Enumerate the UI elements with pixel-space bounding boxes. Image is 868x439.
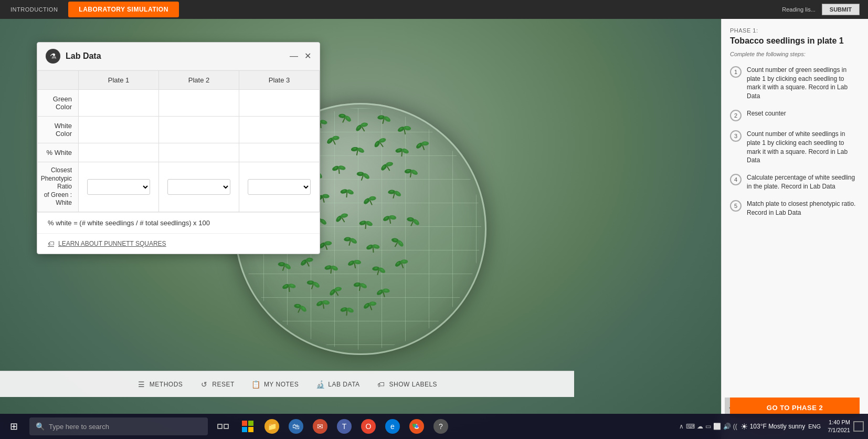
notification-icon[interactable]: ⬜ (713, 423, 721, 430)
seedling[interactable] (353, 168, 372, 186)
app-icon-4[interactable]: ✉ (309, 415, 332, 438)
seedling[interactable] (324, 132, 343, 150)
svg-line-280 (370, 305, 372, 310)
learn-punnett-link[interactable]: 🏷 LEARN ABOUT PUNNETT SQUARES (37, 233, 320, 254)
app-icon-9[interactable]: ? (429, 415, 452, 438)
seedling[interactable] (331, 163, 347, 177)
step-5-text: Match plate to closest phenotypic ratio.… (747, 200, 860, 217)
ratio-p3-dropdown[interactable]: 1:1 3:1 9:1 (248, 179, 311, 195)
step-4-number: 4 (730, 174, 742, 185)
seedling[interactable] (396, 123, 413, 139)
svg-point-284 (371, 302, 374, 304)
sun-icon: ☀ (740, 422, 748, 432)
app-icon-1[interactable] (236, 415, 259, 438)
wifi-icon[interactable]: 🔊 (723, 423, 731, 430)
step-4: 4 Calculate percentage of white seedling… (730, 173, 860, 191)
seedling[interactable] (375, 112, 393, 129)
app-icon-8[interactable] (405, 415, 428, 438)
ratio-p1-cell[interactable]: 1:1 3:1 9:1 (79, 162, 159, 212)
methods-button[interactable]: ☰ METHODS (137, 380, 183, 389)
svg-line-170 (389, 218, 390, 224)
system-icons: ∧ ⌨ ☁ ▭ ⬜ 🔊 (( (679, 423, 737, 430)
seedling[interactable] (371, 134, 391, 153)
seedling[interactable] (290, 300, 309, 318)
seedling[interactable] (335, 110, 354, 128)
seedling[interactable] (361, 192, 380, 211)
app-icon-7[interactable]: e (381, 415, 404, 438)
keyboard-icon[interactable]: ⌨ (686, 423, 695, 430)
app-icon-2[interactable]: 📁 (260, 415, 283, 438)
svg-line-250 (336, 291, 338, 296)
seedling[interactable] (361, 298, 379, 316)
ratio-p2-cell[interactable]: 1:1 3:1 9:1 (159, 162, 239, 212)
seedling[interactable] (323, 263, 339, 277)
my-notes-button[interactable]: 📋 MY NOTES (251, 380, 299, 389)
seedling[interactable] (387, 234, 406, 254)
seedling[interactable] (365, 242, 381, 256)
seedling[interactable] (349, 144, 366, 160)
svg-line-275 (346, 310, 347, 316)
seedling[interactable] (333, 210, 352, 229)
edge-icon: e (385, 419, 400, 434)
app-icon-3[interactable]: 🛍 (284, 415, 308, 438)
modal-flask-icon: ⚗ (46, 49, 60, 64)
methods-icon: ☰ (137, 380, 146, 389)
seedling[interactable] (403, 213, 422, 232)
seedling[interactable] (298, 254, 317, 272)
seedling[interactable] (410, 109, 430, 129)
svg-rect-285 (242, 421, 247, 426)
app-icon-5[interactable]: T (333, 415, 356, 438)
seedling[interactable] (358, 218, 374, 233)
ratio-label: ClosestPhenotypic Ratioof Green : White (38, 162, 79, 212)
svg-line-240 (289, 287, 290, 292)
submit-button[interactable]: SUBMIT (822, 4, 860, 15)
seedling[interactable] (353, 119, 372, 138)
ratio-p3-cell[interactable]: 1:1 3:1 9:1 (239, 162, 320, 212)
reset-button[interactable]: ↺ RESET (199, 380, 235, 389)
seedling[interactable] (403, 166, 419, 182)
seedling[interactable] (369, 263, 387, 280)
seedling[interactable] (281, 281, 297, 296)
seedling[interactable] (375, 285, 393, 302)
show-labels-button[interactable]: 🏷 SHOW LABELS (377, 380, 438, 389)
step-2: 2 Reset counter (730, 109, 860, 121)
ratio-p2-dropdown[interactable]: 1:1 3:1 9:1 (167, 179, 230, 195)
seedling[interactable] (339, 305, 355, 319)
complete-steps-label: Complete the following steps: (730, 51, 860, 57)
lab-data-button[interactable]: 🔬 LAB DATA (315, 380, 359, 389)
modal-minimize-button[interactable]: — (290, 52, 298, 60)
seedling[interactable] (394, 145, 410, 160)
seedling[interactable] (352, 279, 368, 295)
network-icon[interactable]: ☁ (697, 423, 703, 430)
show-desktop-button[interactable] (853, 421, 864, 432)
battery-icon[interactable]: ▭ (705, 423, 711, 430)
seedling[interactable] (382, 212, 398, 228)
seedling[interactable] (303, 277, 322, 295)
seedling[interactable] (339, 186, 355, 201)
main-content: ☰ METHODS ↺ RESET 📋 MY NOTES 🔬 LAB DATA … (0, 19, 868, 439)
app-icon-6[interactable]: O (357, 415, 380, 438)
nav-lab-simulation[interactable]: LABORATORY SIMULATION (68, 2, 179, 17)
taskbar-search[interactable]: 🔍 Type here to search (29, 417, 208, 435)
lab-data-table: Plate 1 Plate 2 Plate 3 Green Color (37, 70, 320, 212)
clock-info[interactable]: 1:40 PM 7/1/2021 (824, 419, 850, 435)
step-3-number: 3 (730, 130, 742, 142)
seedling[interactable] (385, 186, 403, 203)
nav-introduction[interactable]: INTRODUCTION (0, 2, 68, 17)
chevron-up-icon[interactable]: ∧ (679, 423, 684, 430)
seedling[interactable] (341, 234, 359, 250)
seedling[interactable] (378, 158, 397, 177)
seedling[interactable] (414, 138, 432, 155)
svg-line-205 (395, 242, 398, 247)
reading-list-button[interactable]: Reading lis... (782, 6, 816, 13)
start-button[interactable]: ⊞ (0, 414, 27, 439)
svg-point-103 (359, 173, 362, 174)
seedling[interactable] (315, 297, 332, 313)
seedling[interactable] (274, 258, 293, 276)
seedling[interactable] (346, 257, 363, 273)
taskview-app[interactable] (212, 415, 235, 438)
modal-close-button[interactable]: ✕ (304, 52, 311, 60)
ratio-p1-dropdown[interactable]: 1:1 3:1 9:1 (87, 179, 150, 195)
volume-icon[interactable]: (( (733, 423, 737, 430)
seedling[interactable] (393, 256, 411, 274)
